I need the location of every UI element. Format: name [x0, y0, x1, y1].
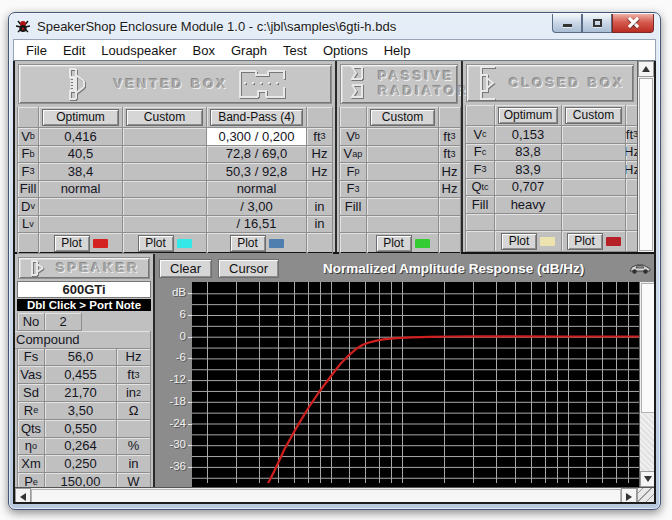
custom-button[interactable]: Custom — [370, 109, 435, 126]
value-cell[interactable]: / 16,51 — [207, 216, 307, 234]
value-cell[interactable] — [367, 146, 439, 164]
custom-button[interactable]: Custom — [126, 109, 203, 126]
unit-header-cell — [439, 107, 461, 128]
value-cell[interactable] — [562, 179, 626, 197]
custom-button[interactable]: Custom — [565, 107, 622, 124]
value-cell[interactable] — [123, 163, 207, 181]
value-cell[interactable]: 0,455 — [45, 366, 117, 384]
value-cell[interactable]: 0,416 — [39, 128, 123, 146]
value-cell[interactable] — [562, 214, 626, 232]
menu-item-graph[interactable]: Graph — [223, 41, 275, 60]
speaker-model[interactable]: 600GTi — [17, 281, 151, 298]
menu-item-edit[interactable]: Edit — [55, 41, 93, 60]
value-cell[interactable] — [367, 163, 439, 181]
chart-vertical-scrollbar[interactable] — [639, 282, 656, 487]
value-cell[interactable]: 40,5 — [39, 146, 123, 164]
value-cell[interactable]: 56,0 — [45, 349, 117, 367]
value-cell[interactable]: 0,300 / 0,200 — [207, 128, 307, 146]
horizontal-scrollbar[interactable] — [15, 487, 654, 504]
driver-config-cell[interactable]: Compound — [13, 331, 151, 349]
value-cell[interactable] — [367, 181, 439, 199]
title-bar[interactable]: SpeakerShop Enclosure Module 1.0 - c:\jb… — [13, 13, 656, 39]
value-cell[interactable]: 0,264 — [45, 438, 117, 456]
value-cell[interactable] — [123, 128, 207, 146]
value-cell[interactable]: 83,9 — [495, 161, 562, 179]
scroll-left-button[interactable] — [15, 488, 31, 504]
value-cell[interactable]: normal — [207, 181, 307, 199]
value-cell[interactable]: 0,250 — [45, 455, 117, 473]
minimize-button[interactable] — [552, 14, 582, 33]
cursor-button[interactable]: Cursor — [218, 259, 279, 278]
value-cell[interactable] — [562, 126, 626, 144]
scroll-up-button[interactable] — [638, 61, 654, 77]
value-cell[interactable]: 0,707 — [495, 179, 562, 197]
scroll-right-button[interactable] — [621, 488, 637, 504]
value-cell[interactable]: 21,70 — [45, 384, 117, 402]
menu-item-test[interactable]: Test — [275, 41, 315, 60]
vented-box-header[interactable]: VENTED BOX — [18, 64, 332, 104]
row-label: Fc — [465, 144, 495, 162]
menu-item-file[interactable]: File — [18, 41, 55, 60]
clear-button[interactable]: Clear — [159, 259, 212, 278]
value-cell[interactable]: normal — [39, 181, 123, 199]
value-cell[interactable] — [562, 161, 626, 179]
menu-item-box[interactable]: Box — [185, 41, 223, 60]
speaker-header[interactable]: SPEAKER — [18, 257, 150, 279]
value-cell[interactable]: 0,550 — [45, 420, 117, 438]
scroll-thumb[interactable] — [31, 489, 621, 504]
unit-label: Hz — [439, 181, 461, 199]
value-cell[interactable] — [367, 128, 439, 146]
row-label: Vb — [17, 128, 39, 146]
menu-item-loudspeaker[interactable]: Loudspeaker — [93, 41, 184, 60]
scroll-thumb[interactable] — [641, 283, 655, 413]
row-label: Fp — [339, 163, 367, 181]
plot-button[interactable]: Plot — [230, 235, 266, 252]
plot-button[interactable]: Plot — [567, 233, 603, 250]
value-cell[interactable] — [39, 198, 123, 216]
value-cell[interactable] — [562, 144, 626, 162]
value-cell[interactable]: 50,3 / 92,8 — [207, 163, 307, 181]
optimum-button[interactable]: Optimum — [42, 109, 119, 126]
car-icon[interactable] — [628, 262, 652, 275]
value-cell[interactable] — [123, 181, 207, 199]
unit-label: in — [117, 455, 151, 473]
value-cell[interactable]: heavy — [495, 196, 562, 214]
maximize-button[interactable] — [582, 14, 612, 33]
vented-box-title: VENTED BOX — [114, 77, 229, 92]
enclosure-vertical-scrollbar[interactable] — [637, 61, 654, 252]
value-cell[interactable] — [123, 198, 207, 216]
value-cell[interactable] — [367, 198, 439, 216]
scroll-thumb[interactable] — [639, 78, 653, 251]
value-cell[interactable] — [367, 216, 439, 234]
menu-item-help[interactable]: Help — [376, 41, 419, 60]
plot-control: Plot — [54, 235, 108, 252]
value-cell[interactable] — [562, 196, 626, 214]
plot-area[interactable] — [192, 282, 639, 487]
menu-item-options[interactable]: Options — [315, 41, 376, 60]
value-cell[interactable] — [39, 216, 123, 234]
value-cell[interactable]: 72,8 / 69,0 — [207, 146, 307, 164]
value-cell[interactable]: 38,4 — [39, 163, 123, 181]
resize-grip[interactable] — [637, 488, 654, 504]
closed-box-header[interactable]: CLOSED BOX — [466, 64, 634, 102]
value-cell[interactable] — [123, 146, 207, 164]
plot-button[interactable]: Plot — [501, 233, 537, 250]
value-cell[interactable] — [123, 216, 207, 234]
scroll-track[interactable] — [640, 414, 656, 471]
plot-button[interactable]: Plot — [138, 235, 174, 252]
value-cell[interactable]: 3,50 — [45, 402, 117, 420]
port-note-bar[interactable]: Dbl Click > Port Note — [17, 299, 151, 311]
value-cell[interactable]: 0,153 — [495, 126, 562, 144]
driver-count-cell[interactable]: 2 — [45, 313, 82, 331]
close-button[interactable] — [612, 14, 654, 33]
value-cell[interactable]: 83,8 — [495, 144, 562, 162]
scroll-down-button[interactable] — [640, 471, 656, 487]
band-pass-4--button[interactable]: Band-Pass (4) — [210, 109, 303, 126]
value-cell[interactable]: / 3,00 — [207, 198, 307, 216]
value-cell[interactable] — [495, 214, 562, 232]
y-tick-label: -18 — [169, 395, 186, 407]
optimum-button[interactable]: Optimum — [498, 107, 558, 124]
plot-button[interactable]: Plot — [376, 235, 412, 252]
passive-radiator-header[interactable]: PASSIVE RADIATOR — [340, 64, 458, 104]
plot-button[interactable]: Plot — [54, 235, 90, 252]
